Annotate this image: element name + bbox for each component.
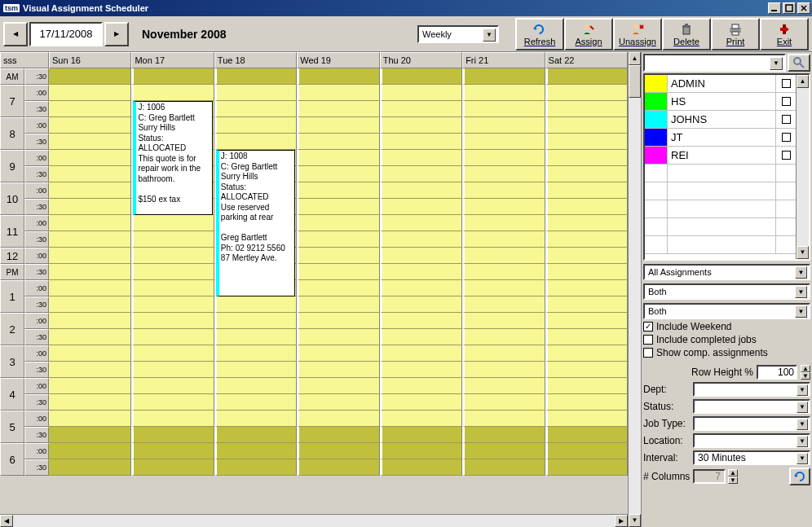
view-mode-select[interactable]: Weekly ▼ (417, 25, 499, 43)
employee-visible-checkbox[interactable] (782, 115, 791, 124)
appointment-card[interactable]: J: 1008 C: Greg Bartlett Surry Hills Sta… (216, 150, 295, 296)
calendar-cell[interactable] (131, 248, 214, 264)
calendar-cell[interactable] (131, 329, 214, 345)
calendar-cell[interactable] (131, 443, 214, 459)
employee-search-combo[interactable]: ▼ (643, 54, 786, 72)
calendar-cell[interactable] (545, 345, 628, 362)
calendar-cell[interactable] (297, 394, 379, 411)
calendar-cell[interactable] (131, 215, 214, 231)
calendar-cell[interactable] (49, 231, 131, 248)
calendar-cell[interactable] (545, 215, 628, 231)
calendar-cell[interactable] (545, 313, 628, 329)
search-button[interactable] (788, 54, 810, 72)
calendar-cell[interactable] (297, 362, 379, 378)
calendar-cell[interactable] (462, 68, 545, 85)
calendar-cell[interactable] (214, 85, 297, 101)
calendar-cell[interactable] (49, 134, 131, 150)
scroll-right-button[interactable]: ▶ (615, 515, 628, 527)
calendar-cell[interactable] (380, 215, 462, 231)
calendar-cell[interactable] (49, 215, 131, 231)
day-header[interactable]: Wed 19 (297, 52, 379, 68)
calendar-cell[interactable] (462, 150, 545, 166)
calendar-cell[interactable] (380, 313, 462, 329)
calendar-cell[interactable] (380, 264, 462, 280)
calendar-cell[interactable] (462, 411, 545, 427)
calendar-cell[interactable] (545, 427, 628, 443)
calendar-cell[interactable] (545, 134, 628, 150)
calendar-cell[interactable] (462, 296, 545, 313)
calendar-cell[interactable] (297, 248, 379, 264)
calendar-cell[interactable] (380, 231, 462, 248)
calendar-cell[interactable] (131, 231, 214, 248)
calendar-cell[interactable] (214, 443, 297, 459)
employee-row[interactable]: ADMIN (645, 75, 796, 93)
calendar-cell[interactable] (131, 394, 214, 411)
calendar-cell[interactable] (49, 362, 131, 378)
employee-list-scrollbar[interactable]: ▲ ▼ (796, 75, 809, 259)
calendar-cell[interactable] (297, 101, 379, 117)
reset-button[interactable] (789, 468, 810, 485)
calendar-cell[interactable] (49, 264, 131, 280)
calendar-cell[interactable] (131, 280, 214, 296)
calendar-cell[interactable] (380, 427, 462, 443)
calendar-cell[interactable] (462, 215, 545, 231)
calendar-cell[interactable] (545, 117, 628, 134)
calendar-cell[interactable] (49, 394, 131, 411)
calendar-cell[interactable] (545, 248, 628, 264)
scroll-left-button[interactable]: ◀ (0, 515, 13, 527)
print-button[interactable]: Print (711, 18, 760, 51)
calendar-cell[interactable] (214, 459, 297, 476)
calendar-cell[interactable] (49, 378, 131, 394)
calendar-cell[interactable] (131, 427, 214, 443)
calendar-cell[interactable] (214, 362, 297, 378)
row-height-input[interactable]: 100 (757, 365, 797, 380)
calendar-cell[interactable] (380, 459, 462, 476)
calendar-cell[interactable] (49, 248, 131, 264)
calendar-cell[interactable] (214, 296, 297, 313)
calendar-cell[interactable] (462, 394, 545, 411)
calendar-cell[interactable] (297, 85, 379, 101)
calendar-cell[interactable] (380, 394, 462, 411)
calendar-cell[interactable] (545, 443, 628, 459)
calendar-cell[interactable] (214, 117, 297, 134)
scroll-down-button[interactable]: ▼ (629, 514, 641, 527)
calendar-cell[interactable] (380, 329, 462, 345)
calendar-cell[interactable] (380, 362, 462, 378)
status-select[interactable]: ▼ (693, 399, 810, 414)
calendar-cell[interactable] (49, 101, 131, 117)
calendar-cell[interactable] (462, 280, 545, 296)
vertical-scrollbar[interactable]: ▲ ▼ (628, 52, 641, 527)
calendar-cell[interactable] (214, 68, 297, 85)
calendar-cell[interactable] (49, 345, 131, 362)
calendar-cell[interactable] (214, 411, 297, 427)
date-input[interactable]: 17/11/2008 (29, 22, 103, 46)
calendar-cell[interactable] (131, 296, 214, 313)
calendar-cell[interactable] (214, 329, 297, 345)
calendar-cell[interactable] (297, 134, 379, 150)
calendar-cell[interactable] (545, 231, 628, 248)
calendar-cell[interactable] (49, 182, 131, 199)
employee-visible-checkbox[interactable] (782, 97, 791, 106)
calendar-cell[interactable] (462, 199, 545, 215)
calendar-cell[interactable] (462, 101, 545, 117)
calendar-cell[interactable] (380, 443, 462, 459)
employee-visible-checkbox[interactable] (782, 79, 791, 88)
employee-row[interactable]: JOHNS (645, 111, 796, 129)
calendar-cell[interactable] (297, 166, 379, 182)
calendar-cell[interactable] (49, 459, 131, 476)
calendar-cell[interactable] (131, 459, 214, 476)
show-comp-checkbox[interactable] (643, 348, 653, 358)
calendar-cell[interactable] (380, 68, 462, 85)
chevron-down-icon[interactable]: ▼ (483, 29, 496, 42)
calendar-cell[interactable] (380, 134, 462, 150)
calendar-cell[interactable] (297, 296, 379, 313)
calendar-cell[interactable] (297, 329, 379, 345)
row-height-spinner[interactable]: ▲▼ (801, 365, 810, 380)
calendar-cell[interactable] (380, 85, 462, 101)
calendar-cell[interactable] (131, 313, 214, 329)
calendar-cell[interactable] (545, 378, 628, 394)
calendar-cell[interactable] (49, 313, 131, 329)
calendar-cell[interactable] (297, 280, 379, 296)
scrollbar-thumb[interactable] (629, 65, 641, 98)
refresh-button[interactable]: Refresh (515, 18, 564, 51)
